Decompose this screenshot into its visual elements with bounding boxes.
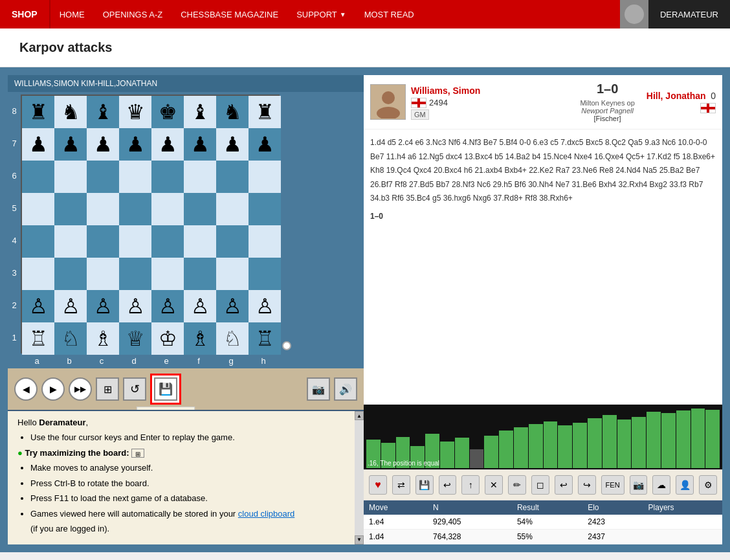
up-arrow-button[interactable]: ↑ xyxy=(461,475,480,495)
col-move: Move xyxy=(364,500,428,515)
heart-button[interactable]: ♥ xyxy=(369,475,387,495)
col-players: Players xyxy=(643,500,722,515)
nav-shop[interactable]: SHOP xyxy=(0,0,50,28)
white-name: Williams, Simon xyxy=(411,85,480,96)
board-section: WILLIAMS,SIMON KIM-HILL,JONATHAN 8 7 6 5… xyxy=(8,75,364,544)
nav-magazine[interactable]: CHESSBASE MAGAZINE xyxy=(171,0,287,28)
n-cell: 929,405 xyxy=(428,515,512,530)
instruction-2: ● Try maximizing the board: ⊞ xyxy=(17,447,354,460)
instruction-6: Games viewed here will automatically be … xyxy=(30,508,354,521)
instruction-1: Use the four cursor keys and Enter to re… xyxy=(30,431,354,444)
forward-button[interactable]: ▶ xyxy=(41,377,65,401)
rotate-button[interactable]: ↺ xyxy=(123,377,146,401)
result-cell: 55% xyxy=(512,529,582,544)
move-cell: 1.d4 xyxy=(364,529,428,544)
white-title: GM xyxy=(411,109,429,120)
instruction-3: Make moves to analyse yourself. xyxy=(30,462,354,475)
instruction-4: Press Ctrl-B to rotate the board. xyxy=(30,477,354,490)
board-area: 8 7 6 5 4 3 2 1 ♜ ♞ ♝ ♛ ♚ ♝ xyxy=(8,95,364,368)
svg-point-0 xyxy=(382,91,395,104)
move-table-container: Move N Result Elo Players 1.e4 929,405 5… xyxy=(364,500,722,544)
settings-button[interactable]: ⚙ xyxy=(699,475,717,495)
download-pgn-button[interactable]: 💾 xyxy=(154,377,177,401)
top-nav: SHOP HOME OPENINGS A-Z CHESSBASE MAGAZIN… xyxy=(0,0,730,28)
back-button[interactable]: ◀ xyxy=(14,377,38,401)
fen-button[interactable]: FEN xyxy=(601,475,625,495)
move-table: Move N Result Elo Players 1.e4 929,405 5… xyxy=(364,500,722,544)
result-cell: 54% xyxy=(512,515,582,530)
pen-button[interactable]: ✏ xyxy=(508,475,526,495)
bottom-toolbar: ♥ ⇄ 💾 ↩ ↑ ✕ ✏ ◻ ↩ ↪ FEN 📷 ☁ 👤 ⚙ xyxy=(364,469,722,500)
nav-username: DERAMATEUR xyxy=(648,10,730,19)
table-row[interactable]: 1.d4 764,328 55% 2437 xyxy=(364,529,722,544)
col-n: N xyxy=(428,500,512,515)
nav-avatar xyxy=(620,0,648,28)
nav-support[interactable]: SUPPORT ▼ xyxy=(287,0,355,28)
undo-button[interactable]: ↩ xyxy=(555,475,573,495)
text-scroll-controls: ▲ ▼ xyxy=(355,411,364,544)
rank-labels: 8 7 6 5 4 3 2 1 xyxy=(8,95,21,353)
cam-button[interactable]: 📷 xyxy=(630,475,648,495)
white-avatar xyxy=(370,84,406,120)
nav-support-label: SUPPORT xyxy=(296,10,337,19)
col-result: Result xyxy=(512,500,582,515)
moves-section: 1.d4 d5 2.c4 e6 3.Nc3 Nf6 4.Nf3 Be7 5.Bf… xyxy=(364,129,722,405)
position-slider[interactable] xyxy=(282,95,294,353)
tournament-location: Newport Pagnell xyxy=(580,107,634,115)
moves-text: 1.d4 d5 2.c4 e6 3.Nc3 Nf6 4.Nf3 Be7 5.Bf… xyxy=(370,138,715,203)
game-score: 1–0 Milton Keynes op Newport Pagnell [Fi… xyxy=(573,82,641,122)
opening-name: [Fischer] xyxy=(580,115,634,122)
chess-board[interactable]: ♜ ♞ ♝ ♛ ♚ ♝ ♞ ♜ ♟ ♟ ♟ ♟ ♟ ♟ ♟ ♟ xyxy=(21,95,280,353)
cross-button[interactable]: ✕ xyxy=(485,475,503,495)
instruction-logged: (if you are logged in). xyxy=(30,522,354,535)
person-button[interactable]: 👤 xyxy=(676,475,694,495)
page-title: Karpov attacks xyxy=(19,40,711,55)
controls-bar: ◀ ▶ ▶▶ ⊞ ↺ 💾 Download PGN 📷 🔊 xyxy=(8,368,364,410)
download-button-area: 💾 Download PGN xyxy=(150,374,181,405)
nav-home[interactable]: HOME xyxy=(50,0,94,28)
hello-text: Hello Deramateur, xyxy=(17,418,354,427)
text-section: Hello Deramateur, Use the four cursor ke… xyxy=(8,410,364,544)
svg-point-1 xyxy=(377,107,400,118)
players-info: Williams, Simon 2494 GM 1–0 Milton Key xyxy=(364,75,722,129)
redo-button[interactable]: ↪ xyxy=(578,475,596,495)
eraser-button[interactable]: ◻ xyxy=(531,475,549,495)
flip-button[interactable]: ⊞ xyxy=(96,377,119,401)
game-viewer: WILLIAMS,SIMON KIM-HILL,JONATHAN 8 7 6 5… xyxy=(0,67,730,552)
white-elo: 2494 xyxy=(429,98,448,107)
nav-right: DERAMATEUR xyxy=(620,0,730,28)
right-panel: Williams, Simon 2494 GM 1–0 Milton Key xyxy=(364,75,722,544)
move-cell: 1.e4 xyxy=(364,515,428,530)
eval-text: .16, The position is equal xyxy=(368,460,439,467)
elo-cell: 2423 xyxy=(582,515,643,530)
black-score: 0 xyxy=(711,91,716,101)
black-info: Hill, Jonathan 0 xyxy=(647,91,716,113)
nav-openings[interactable]: OPENINGS A-Z xyxy=(94,0,171,28)
eval-graph: .16, The position is equal xyxy=(364,405,722,469)
instruction-5: Press F11 to load the next game of a dat… xyxy=(30,492,354,505)
scroll-down-button[interactable]: ▼ xyxy=(355,535,364,544)
cloud-button[interactable]: ☁ xyxy=(652,475,670,495)
table-row[interactable]: 1.e4 929,405 54% 2423 xyxy=(364,515,722,530)
play-button[interactable]: ▶▶ xyxy=(69,377,92,401)
camera-button[interactable]: 📷 xyxy=(307,377,330,401)
n-cell: 764,328 xyxy=(428,529,512,544)
back-arrow-button[interactable]: ↩ xyxy=(439,475,457,495)
sound-button[interactable]: 🔊 xyxy=(334,377,357,401)
black-flag xyxy=(700,103,716,113)
tournament-name: Milton Keynes op xyxy=(580,99,634,107)
cloud-clipboard-link[interactable]: cloud clipboard xyxy=(238,509,294,519)
save-button[interactable]: 💾 xyxy=(415,475,434,495)
page-title-bar: Karpov attacks xyxy=(0,28,730,67)
black-name: Hill, Jonathan xyxy=(647,91,706,101)
dropdown-arrow-icon: ▼ xyxy=(340,11,346,18)
players-string: WILLIAMS,SIMON KIM-HILL,JONATHAN xyxy=(8,75,364,92)
share-button[interactable]: ⇄ xyxy=(392,475,410,495)
elo-cell: 2437 xyxy=(582,529,643,544)
scroll-up-button[interactable]: ▲ xyxy=(355,411,364,420)
players-cell xyxy=(643,515,722,530)
players-cell xyxy=(643,529,722,544)
nav-most-read[interactable]: MOST READ xyxy=(355,0,423,28)
white-info: Williams, Simon 2494 GM xyxy=(411,85,568,119)
col-elo: Elo xyxy=(582,500,643,515)
